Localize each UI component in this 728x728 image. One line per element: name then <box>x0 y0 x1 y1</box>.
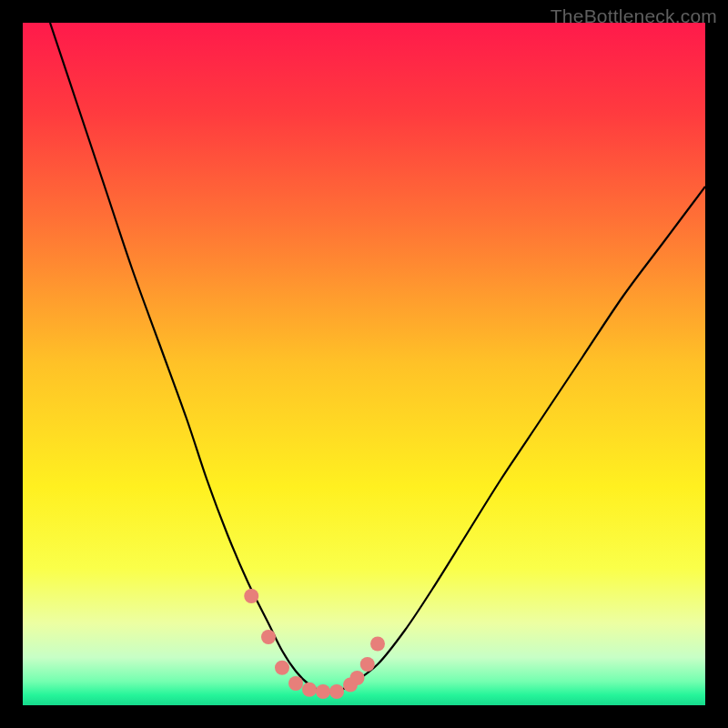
highlight-dot <box>261 630 276 644</box>
gradient-background <box>23 23 705 705</box>
highlight-dot <box>370 637 385 652</box>
watermark-text: TheBottleneck.com <box>551 5 717 27</box>
highlight-dot <box>288 676 303 691</box>
highlight-dot <box>350 671 365 685</box>
highlight-dot <box>244 589 258 603</box>
highlight-dot <box>275 661 289 675</box>
chart-svg <box>23 23 705 705</box>
plot-area <box>23 23 705 705</box>
highlight-dot <box>360 657 375 672</box>
plot-frame <box>23 23 705 705</box>
highlight-dot <box>316 684 330 699</box>
highlight-dot <box>329 684 344 699</box>
highlight-dot <box>302 682 317 697</box>
